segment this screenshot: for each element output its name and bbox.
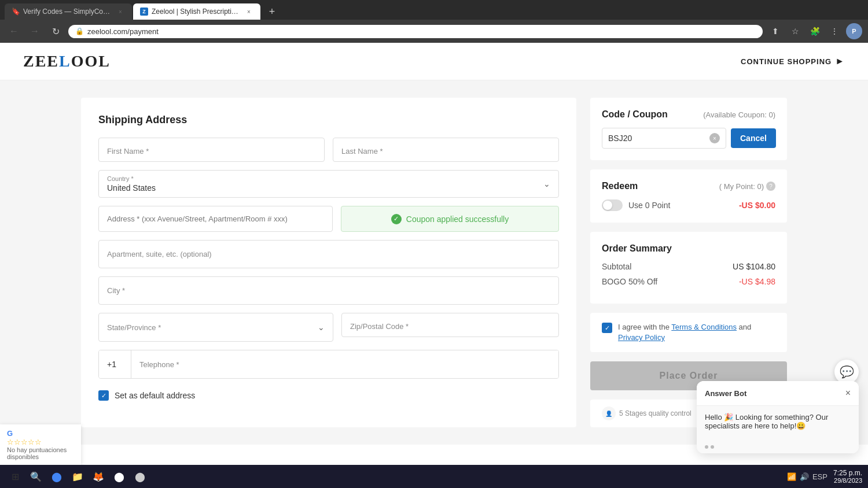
subtotal-label: Subtotal (602, 262, 631, 271)
coupon-card: Code / Coupon (Available Coupon: 0) × Ca… (590, 98, 787, 160)
coupon-input-wrapper: × (602, 128, 726, 149)
zip-input[interactable] (341, 313, 559, 337)
last-name-input[interactable] (333, 138, 559, 162)
back-button[interactable]: ← (6, 23, 22, 39)
bookmark-icon[interactable]: ☆ (787, 23, 803, 39)
more-icon[interactable]: ⋮ (826, 23, 843, 39)
agree-checkbox[interactable]: ✓ (602, 323, 612, 333)
chat-icon-button[interactable]: 💬 (834, 360, 859, 384)
agree-text: I agree with the Terms & Conditions and … (618, 322, 775, 343)
taskbar-folder-icon[interactable]: 📁 (68, 467, 87, 486)
coupon-code-input[interactable] (608, 134, 709, 143)
taskbar-app1-icon[interactable]: ⬤ (110, 467, 128, 486)
redeem-header: Redeem ( My Point: 0) ? (602, 181, 775, 191)
country-label: Country * (107, 175, 550, 182)
state-select[interactable]: State/Province * ⌄ (98, 313, 333, 342)
coupon-input-row: × Cancel (602, 128, 775, 149)
site-header: ZEELOOL CONTINUE SHOPPING ► (0, 43, 868, 80)
country-value: United States (107, 183, 156, 193)
lock-icon: 🔒 (75, 27, 84, 35)
browser-tabs: 🔖 Verify Codes — SimplyCodes × Z Zeelool… (0, 0, 868, 20)
chat-message: Hello 🎉 Looking for something? Our speci… (697, 406, 859, 441)
taskbar-right: 📶 🔊 ESP 7:25 p.m. 29/8/2023 (787, 469, 862, 484)
default-address-row: ✓ Set as default address (98, 390, 559, 401)
address-input[interactable] (98, 206, 333, 232)
tab-2-close[interactable]: × (244, 7, 253, 16)
tab-2[interactable]: Z Zeelool | Stylish Prescription Gla... … (133, 3, 260, 20)
address-bar[interactable]: 🔒 zeelool.com/payment (68, 25, 763, 38)
keyboard-lang[interactable]: ESP (812, 472, 827, 481)
taskbar-clock: 7:25 p.m. 29/8/2023 (833, 469, 862, 484)
coupon-header: Code / Coupon (Available Coupon: 0) (602, 109, 775, 120)
state-placeholder: State/Province * (107, 323, 161, 332)
default-address-label: Set as default address (115, 391, 195, 400)
continue-shopping-link[interactable]: CONTINUE SHOPPING ► (741, 56, 845, 66)
city-input[interactable] (98, 276, 559, 305)
chat-box: Answer Bot × Hello 🎉 Looking for somethi… (697, 381, 859, 453)
chevron-down-icon: ⌄ (543, 179, 550, 188)
taskbar-chrome-icon[interactable]: ⬤ (47, 467, 66, 486)
first-name-input[interactable] (98, 138, 325, 162)
redeem-toggle[interactable] (602, 199, 623, 211)
toolbar-actions: ⬆ ☆ 🧩 ⋮ P (767, 23, 862, 39)
coupon-success-text: Coupon applied successfully (406, 215, 509, 224)
taskbar-firefox-icon[interactable]: 🦊 (89, 467, 108, 486)
extension-icon[interactable]: 🧩 (807, 23, 823, 39)
chat-dot-1 (705, 445, 708, 449)
agree-and: and (737, 323, 751, 331)
taskbar-search-icon[interactable]: 🔍 (27, 467, 45, 486)
stage-icon-1: 👤 (602, 406, 616, 420)
cancel-coupon-button[interactable]: Cancel (731, 128, 776, 148)
my-point-label: ( My Point: 0) ? (719, 182, 775, 191)
my-point-text: ( My Point: 0) (719, 182, 764, 191)
coupon-clear-button[interactable]: × (709, 133, 720, 143)
taskbar-left: ⊞ 🔍 ⬤ 📁 🦊 ⬤ ⬤ (6, 467, 149, 486)
chat-title: Answer Bot (705, 389, 746, 398)
country-select[interactable]: Country * United States ⌄ (98, 170, 559, 198)
coupon-title: Code / Coupon (602, 109, 668, 120)
coupon-success-notification: ✓ Coupon applied successfully (341, 206, 559, 232)
shipping-title: Shipping Address (98, 114, 559, 126)
telephone-input[interactable] (131, 350, 558, 378)
continue-shopping-label: CONTINUE SHOPPING (741, 57, 832, 66)
wifi-icon[interactable]: 📶 (787, 472, 796, 481)
tab-1-close[interactable]: × (116, 7, 125, 16)
chat-close-button[interactable]: × (845, 388, 851, 398)
site-logo[interactable]: ZEELOOL (23, 52, 111, 71)
quality-stages: 👤 5 Stages quality control (602, 406, 692, 420)
refresh-button[interactable]: ↻ (47, 23, 64, 39)
shipping-form: Shipping Address Country * United States… (81, 98, 576, 427)
redeem-label: Use 0 Point (628, 201, 670, 210)
tab-1-favicon: 🔖 (12, 8, 20, 16)
volume-icon[interactable]: 🔊 (800, 472, 809, 481)
chat-dot-2 (711, 445, 714, 449)
phone-prefix: +1 (99, 350, 131, 378)
taskbar-time-text: 7:25 p.m. (833, 469, 862, 477)
quality-stages-label: 5 Stages quality control (619, 409, 692, 417)
chat-header: Answer Bot × (697, 381, 859, 406)
address-row: ✓ Coupon applied successfully (98, 206, 559, 232)
state-zip-row: State/Province * ⌄ (98, 313, 559, 342)
first-name-field (98, 138, 325, 162)
tab-2-label: Zeelool | Stylish Prescription Gla... (152, 8, 241, 16)
apartment-input[interactable] (98, 240, 559, 268)
name-row (98, 138, 559, 162)
tab-1[interactable]: 🔖 Verify Codes — SimplyCodes × (5, 3, 132, 20)
order-summary-title: Order Summary (602, 243, 775, 254)
url-text: zeelool.com/payment (87, 27, 159, 36)
profile-avatar[interactable]: P (846, 23, 862, 39)
google-logo: G (7, 429, 13, 438)
windows-start-button[interactable]: ⊞ (6, 467, 24, 486)
taskbar-app2-icon[interactable]: ⬤ (131, 467, 149, 486)
last-name-field (333, 138, 559, 162)
privacy-link[interactable]: Privacy Policy (618, 333, 665, 342)
terms-link[interactable]: Terms & Conditions (671, 323, 737, 331)
share-icon[interactable]: ⬆ (767, 23, 784, 39)
question-icon[interactable]: ? (766, 182, 775, 191)
new-tab-button[interactable]: + (264, 3, 280, 20)
available-coupon-label: (Available Coupon: 0) (703, 110, 775, 119)
taskbar: ⊞ 🔍 ⬤ 📁 🦊 ⬤ ⬤ 📶 🔊 ESP 7:25 p.m. 29/8/202… (0, 465, 868, 488)
forward-button[interactable]: → (27, 23, 43, 39)
default-address-checkbox[interactable]: ✓ (98, 390, 109, 401)
redeem-toggle-area: Use 0 Point (602, 199, 670, 211)
